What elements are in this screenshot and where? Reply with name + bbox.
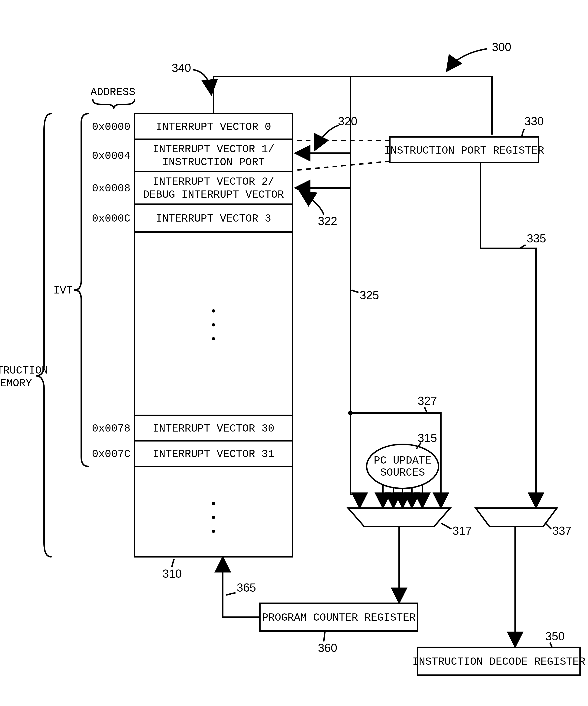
callout-317: 317: [453, 524, 472, 537]
callout-300: 300: [492, 41, 511, 53]
callout-320: 320: [338, 115, 357, 128]
mux-317: [348, 508, 450, 527]
leader-300: [448, 49, 487, 70]
svg-text:0x0004: 0x0004: [92, 150, 130, 162]
address-brace: [93, 100, 134, 109]
leader-317: [441, 523, 451, 529]
inst-mem-line2: MEMORY: [0, 378, 32, 390]
leader-310: [172, 559, 174, 567]
svg-point-11: [212, 502, 215, 505]
leader-337: [545, 523, 551, 529]
svg-text:0x0000: 0x0000: [92, 121, 130, 133]
inst-mem-line1: INSTRUCTION: [0, 365, 48, 377]
mem-row-1-l0: INTERRUPT VECTOR 1/: [153, 143, 275, 155]
mem-row-2-l0: INTERRUPT VECTOR 2/: [153, 176, 275, 188]
address-column: 0x0000 0x0004 0x0008 0x000C 0x0078 0x007…: [92, 121, 130, 460]
svg-point-8: [212, 309, 215, 313]
svg-text:0x0008: 0x0008: [92, 183, 130, 195]
ivt-brace: [74, 114, 88, 466]
mem-row-31: INTERRUPT VECTOR 31: [153, 448, 275, 460]
ivt-label: IVT: [53, 285, 73, 297]
mem-row-0: INTERRUPT VECTOR 0: [156, 121, 271, 133]
leader-350: [550, 643, 552, 647]
instruction-memory-table: INTERRUPT VECTOR 0 INTERRUPT VECTOR 1/ I…: [134, 114, 292, 557]
leader-320: [316, 125, 339, 149]
callout-327: 327: [418, 394, 437, 407]
wire-335: [480, 162, 536, 506]
mem-row-1-l1: INSTRUCTION PORT: [162, 156, 265, 168]
leader-365: [226, 593, 236, 595]
callout-330: 330: [524, 115, 544, 128]
callout-365: 365: [237, 581, 256, 594]
leader-360: [324, 632, 325, 641]
leader-325: [352, 290, 358, 292]
callout-325: 325: [360, 289, 379, 302]
mem-row-3: INTERRUPT VECTOR 3: [156, 213, 271, 225]
callout-335: 335: [527, 232, 546, 245]
svg-point-12: [212, 516, 215, 519]
program-counter-register-label: PROGRAM COUNTER REGISTER: [262, 612, 416, 624]
svg-point-10: [212, 337, 215, 340]
instruction-decode-register-label: INSTRUCTION DECODE REGISTER: [413, 656, 585, 668]
wire-340-right: [350, 77, 492, 134]
leader-322: [302, 193, 324, 214]
leader-340: [193, 70, 211, 93]
leader-330: [522, 129, 524, 136]
callout-350: 350: [545, 630, 564, 643]
callout-337: 337: [552, 524, 572, 537]
svg-text:0x000C: 0x000C: [92, 213, 130, 225]
dash-link-bot: [292, 161, 390, 170]
instruction-memory-brace: [36, 114, 51, 557]
mux-337: [476, 508, 557, 527]
mem-row-30: INTERRUPT VECTOR 30: [153, 423, 275, 435]
mem-row-2-l1: DEBUG INTERRUPT VECTOR: [143, 189, 284, 201]
callout-310: 310: [162, 567, 182, 580]
address-label: ADDRESS: [90, 86, 135, 99]
pc-update-l1: PC UPDATE: [374, 455, 431, 467]
svg-text:0x0078: 0x0078: [92, 423, 130, 435]
instruction-port-register-label: INSTRUCTION PORT REGISTER: [384, 145, 544, 157]
pc-update-l2: SOURCES: [380, 467, 425, 479]
callout-322: 322: [318, 214, 337, 228]
callout-360: 360: [318, 641, 337, 655]
svg-point-13: [212, 530, 215, 533]
wire-325-to-mux: [350, 413, 360, 506]
diagram-root: INTERRUPT VECTOR 0 INTERRUPT VECTOR 1/ I…: [0, 0, 588, 706]
svg-point-9: [212, 323, 215, 326]
callout-340: 340: [172, 62, 191, 75]
leader-327: [425, 407, 427, 413]
svg-text:0x007C: 0x007C: [92, 448, 130, 460]
